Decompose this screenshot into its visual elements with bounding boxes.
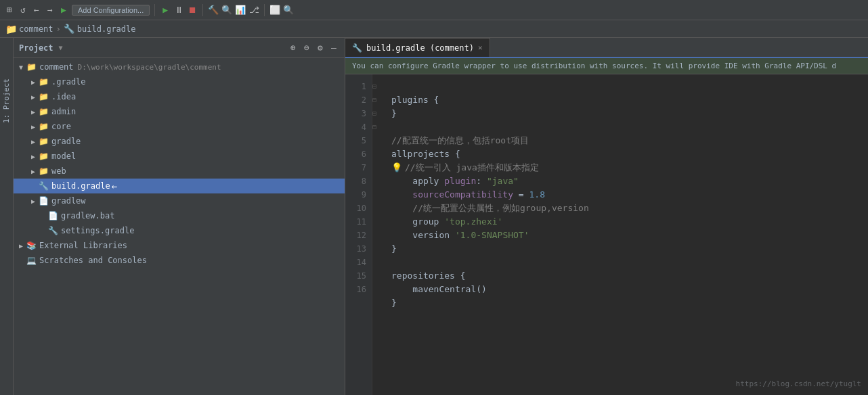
toolbar: ⊞ ↺ ← → ▶ Add Configuration... ▶ ⏸ ⏹ 🔨 🔍… (0, 0, 868, 20)
tree-arrow-dotidea: ▶ (28, 93, 38, 101)
admin-folder-icon: 📁 (38, 106, 49, 117)
back-icon[interactable]: ← (31, 5, 42, 16)
dotgradle-label: .gradle (51, 77, 86, 87)
gradlew-bat-icon: 📄 (47, 210, 58, 221)
settings-gradle-label: settings.gradle (61, 226, 134, 235)
tree-item-gradlew-bat[interactable]: ▶ 📄 gradlew.bat (14, 208, 345, 223)
play-icon[interactable]: ▶ (160, 5, 171, 16)
dotgradle-folder-icon: 📁 (38, 76, 49, 87)
build-gradle-file-icon: 🔧 (38, 181, 49, 191)
model-folder-icon: 📁 (38, 151, 49, 162)
project-tab-label[interactable]: 1: Project (2, 78, 11, 123)
web-folder-icon: 📁 (38, 166, 49, 177)
root-path: D:\work\workspace\gradle\comment (78, 63, 221, 72)
forward-icon[interactable]: → (45, 5, 56, 16)
separator3 (264, 4, 265, 16)
dotidea-label: .idea (51, 92, 76, 101)
tree-item-web[interactable]: ▶ 📁 web (14, 164, 345, 179)
main-layout: 1: Project Project ▼ ⊕ ⊖ ⚙ — ▼ 📁 comme (0, 38, 868, 395)
build-gradle-label: build.gradle (51, 181, 110, 191)
tree-arrow-core: ▶ (28, 123, 38, 131)
dotidea-folder-icon: 📁 (38, 91, 49, 102)
add-configuration-button[interactable]: Add Configuration... (72, 5, 150, 16)
tree-arrow-root: ▼ (16, 64, 26, 71)
tree-item-core[interactable]: ▶ 📁 core (14, 119, 345, 134)
project-header-label: Project (19, 43, 53, 53)
tree-arrow-model: ▶ (28, 153, 38, 160)
gradlew-bat-label: gradlew.bat (61, 211, 114, 220)
model-label: model (51, 152, 76, 161)
search-everywhere-icon[interactable]: 🔍 (283, 5, 294, 16)
root-folder-icon: 📁 (26, 62, 37, 72)
collapse-icon[interactable]: ⊖ (301, 43, 312, 53)
tree-item-root[interactable]: ▼ 📁 comment D:\work\workspace\gradle\com… (14, 60, 345, 74)
gradle-info-bar: You can configure Gradle wrapper to use … (345, 58, 868, 74)
tab-close-button[interactable]: ✕ (478, 43, 483, 52)
tab-bar: 🔧 build.gradle (comment) ✕ (345, 38, 868, 58)
red-arrow-indicator: ← (112, 181, 117, 191)
sidebar: Project ▼ ⊕ ⊖ ⚙ — ▼ 📁 comment D:\work\wo… (14, 38, 345, 395)
external-libraries-icon: 📚 (26, 240, 37, 251)
external-libraries-label: External Libraries (39, 241, 127, 250)
terminal-icon[interactable]: ⬜ (269, 5, 280, 16)
grid-icon[interactable]: ⊞ (4, 5, 15, 16)
tree-arrow-dotgradle: ▶ (28, 78, 38, 86)
locate-icon[interactable]: ⊕ (288, 43, 299, 53)
gradlew-label: gradlew (51, 196, 86, 206)
breadcrumb-file[interactable]: build.gradle (77, 24, 136, 34)
settings-gear-icon[interactable]: ⚙ (315, 43, 326, 53)
separator (154, 4, 155, 16)
scratches-icon: 💻 (26, 255, 37, 266)
project-folder-icon: 📁 (5, 24, 16, 34)
tree-arrow-admin: ▶ (28, 108, 38, 116)
gradle-folder-icon: 📁 (38, 136, 49, 147)
scratches-label: Scratches and Consoles (39, 256, 147, 265)
minimize-panel-icon[interactable]: — (328, 43, 339, 53)
tree-arrow-gradle: ▶ (28, 138, 38, 145)
vcs-icon[interactable]: 📊 (235, 5, 246, 16)
stop-icon[interactable]: ⏹ (187, 5, 198, 16)
breadcrumb: 📁 comment › 🔧 build.gradle (0, 20, 868, 38)
web-label: web (51, 166, 66, 176)
tree-item-model[interactable]: ▶ 📁 model (14, 149, 345, 164)
project-tree: ▼ 📁 comment D:\work\workspace\gradle\com… (14, 58, 345, 395)
core-folder-icon: 📁 (38, 121, 49, 132)
gradlew-icon: 📄 (38, 195, 49, 206)
tree-item-admin[interactable]: ▶ 📁 admin (14, 104, 345, 119)
code-content[interactable]: plugins { } //配置统一的信息，包括root项目 allprojec… (381, 74, 868, 395)
tree-item-build-gradle[interactable]: ▶ 🔧 build.gradle ← (14, 179, 345, 193)
tree-item-dotidea[interactable]: ▶ 📁 .idea (14, 89, 345, 104)
gradle-label: gradle (51, 137, 81, 146)
editor-area: 🔧 build.gradle (comment) ✕ You can confi… (345, 38, 868, 395)
tree-item-dotgradle[interactable]: ▶ 📁 .gradle (14, 74, 345, 89)
refresh-icon[interactable]: ↺ (18, 5, 28, 16)
project-panel-header: Project ▼ ⊕ ⊖ ⚙ — (14, 38, 345, 58)
pause-icon[interactable]: ⏸ (173, 5, 184, 16)
build-icon[interactable]: 🔨 (208, 5, 219, 16)
run-config-icon[interactable]: ▶ (58, 5, 69, 16)
tree-arrow-external: ▶ (16, 242, 26, 250)
tree-item-settings-gradle[interactable]: ▶ 🔧 settings.gradle (14, 223, 345, 238)
separator2 (202, 4, 203, 16)
tree-item-scratches[interactable]: ▶ 💻 Scratches and Consoles (14, 253, 345, 268)
tree-item-external-libraries[interactable]: ▶ 📚 External Libraries (14, 238, 345, 253)
admin-label: admin (51, 107, 76, 116)
git-icon[interactable]: ⎇ (248, 5, 259, 16)
tree-item-gradlew[interactable]: ▶ 📄 gradlew (14, 193, 345, 208)
root-label: comment (39, 62, 74, 72)
breadcrumb-project[interactable]: comment (19, 24, 53, 34)
sidebar-wrapper: 1: Project Project ▼ ⊕ ⊖ ⚙ — ▼ 📁 comme (0, 38, 345, 395)
line-numbers: 1 2 3 4 5 6 7 8 9 10 11 12 13 14 15 16 (345, 74, 372, 395)
panel-icons: ⊕ ⊖ ⚙ — (288, 43, 339, 53)
fold-gutter: ⊟ ⊟ ⊟ ⊟ (372, 74, 381, 395)
vertical-project-tab[interactable]: 1: Project (0, 38, 14, 395)
info-text: You can configure Gradle wrapper to use … (352, 62, 836, 70)
tab-build-gradle[interactable]: 🔧 build.gradle (comment) ✕ (345, 38, 490, 57)
tree-arrow-gradlew: ▶ (28, 198, 38, 205)
code-editor: 1 2 3 4 5 6 7 8 9 10 11 12 13 14 15 16 ⊟ (345, 74, 868, 395)
url-watermark: https://blog.csdn.net/ytuglt (736, 377, 861, 391)
breadcrumb-separator: › (56, 24, 61, 34)
tree-item-gradle[interactable]: ▶ 📁 gradle (14, 134, 345, 149)
inspect-icon[interactable]: 🔍 (221, 5, 232, 16)
project-dropdown-arrow[interactable]: ▼ (59, 44, 63, 51)
